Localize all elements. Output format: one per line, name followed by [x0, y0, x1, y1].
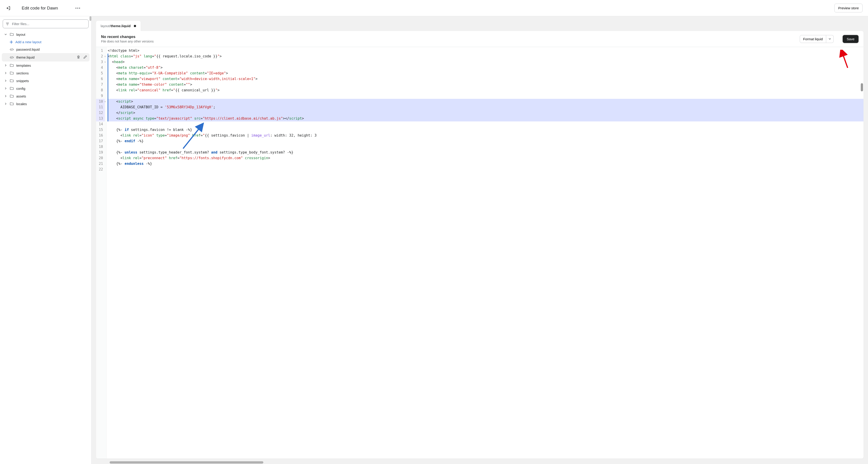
code-line[interactable]: <meta name="theme-color" content=""> [107, 82, 864, 88]
file-theme-liquid[interactable]: theme.liquid [2, 53, 90, 62]
changes-subtitle: File does not have any other versions [101, 39, 796, 43]
code-line[interactable] [107, 121, 864, 127]
delete-file-icon[interactable] [76, 55, 81, 60]
folder-icon [9, 32, 14, 36]
code-file-icon [9, 48, 14, 51]
unsaved-dot-icon [134, 25, 136, 27]
save-button[interactable]: Save [843, 35, 859, 43]
folder-locales[interactable]: locales [2, 100, 90, 107]
line-gutter: 12v3v45678910v111213141516171819202122 [96, 47, 106, 459]
chevron-right-icon [4, 64, 7, 67]
code-line[interactable]: <meta charset="utf-8"> [107, 65, 864, 70]
folder-icon [9, 86, 14, 90]
edit-file-icon[interactable] [83, 55, 87, 60]
chevron-right-icon [4, 80, 7, 82]
code-editor[interactable]: 12v3v45678910v111213141516171819202122 <… [96, 47, 864, 459]
editor-horizontal-scrollbar-thumb[interactable] [110, 461, 264, 464]
format-liquid-dropdown[interactable] [826, 35, 834, 43]
chevron-down-icon [4, 33, 7, 36]
code-line[interactable]: <html class="js" lang="{{ request.locale… [107, 54, 864, 59]
folder-label: templates [16, 64, 87, 67]
svg-point-1 [77, 7, 78, 8]
code-line[interactable]: <script async type="text/javascript" src… [107, 116, 864, 121]
file-label: theme.liquid [16, 55, 74, 59]
folder-icon [9, 94, 14, 98]
code-line[interactable] [107, 167, 864, 172]
tab-bar: layout/theme.liquid [92, 16, 868, 31]
chevron-right-icon [4, 102, 7, 105]
folder-assets[interactable]: assets [2, 92, 90, 100]
add-new-layout-link[interactable]: Add a new layout [2, 38, 90, 46]
folder-icon [9, 102, 14, 106]
code-line[interactable]: <head> [107, 59, 864, 65]
code-content[interactable]: <!doctype html><html class="js" lang="{{… [106, 47, 864, 459]
folder-layout[interactable]: layout [2, 31, 90, 38]
code-line[interactable]: <!doctype html> [107, 48, 864, 54]
more-icon[interactable] [75, 7, 80, 9]
code-line[interactable]: AIDBASE_CHATBOT_ID = '53M6x58RY34Dp_13AY… [107, 104, 864, 110]
editor-pane: layout/theme.liquid No recent changes Fi… [92, 16, 868, 464]
folder-label: locales [16, 102, 87, 106]
changes-title: No recent changes [101, 35, 796, 39]
topbar-left: Edit code for Dawn [5, 5, 80, 11]
code-line[interactable]: {%- endif -%} [107, 138, 864, 144]
code-line[interactable]: <meta name="viewport" content="width=dev… [107, 76, 864, 82]
folder-icon [9, 79, 14, 83]
exit-icon[interactable] [5, 5, 11, 11]
topbar: Edit code for Dawn Preview store [0, 0, 868, 16]
code-line[interactable]: </script> [107, 110, 864, 116]
sidebar-scrollbar[interactable] [90, 16, 91, 21]
tab-file: theme.liquid [111, 24, 130, 28]
code-line[interactable]: {%- unless settings.type_header_font.sys… [107, 150, 864, 155]
page-title: Edit code for Dawn [22, 6, 58, 11]
folder-snippets[interactable]: snippets [2, 77, 90, 85]
file-password-liquid[interactable]: password.liquid [2, 46, 90, 53]
code-line[interactable]: <meta http-equiv="X-UA-Compatible" conte… [107, 70, 864, 76]
format-liquid-button[interactable]: Format liquid [800, 35, 826, 43]
editor-tab[interactable]: layout/theme.liquid [96, 21, 141, 31]
code-line[interactable]: {%- if settings.favicon != blank -%} [107, 127, 864, 133]
code-file-icon [9, 56, 14, 59]
chevron-right-icon [4, 95, 7, 97]
tab-dir: layout/ [101, 24, 111, 28]
folder-config[interactable]: config [2, 85, 90, 92]
svg-point-0 [75, 7, 76, 8]
code-line[interactable] [107, 93, 864, 99]
file-label: password.liquid [16, 48, 87, 51]
folder-label: sections [16, 71, 87, 75]
svg-line-7 [11, 56, 12, 59]
folder-label: assets [16, 94, 87, 98]
svg-point-2 [79, 7, 80, 8]
svg-line-6 [11, 49, 12, 51]
code-line[interactable]: <link rel="icon" type="image/png" href="… [107, 133, 864, 138]
code-line[interactable]: <link rel="canonical" href="{{ canonical… [107, 88, 864, 93]
editor-horizontal-scrollbar-track[interactable] [96, 461, 864, 464]
code-line[interactable]: {%- endunless -%} [107, 161, 864, 167]
folder-label: snippets [16, 79, 87, 83]
folder-icon [9, 63, 14, 67]
folder-templates[interactable]: templates [2, 62, 90, 69]
filter-files-input[interactable] [3, 20, 89, 28]
code-line[interactable]: <script> [107, 99, 864, 104]
preview-store-button[interactable]: Preview store [834, 4, 863, 12]
editor-vertical-scrollbar[interactable] [861, 83, 863, 91]
format-liquid-group: Format liquid [800, 35, 834, 43]
filter-icon [5, 22, 9, 27]
code-line[interactable]: <link rel="preconnect" href="https://fon… [107, 155, 864, 161]
folder-icon [9, 71, 14, 75]
folder-sections[interactable]: sections [2, 69, 90, 77]
chevron-right-icon [4, 72, 7, 74]
folder-label: config [16, 87, 87, 90]
code-line[interactable] [107, 144, 864, 150]
sidebar: layout Add a new layout password.liquid … [0, 16, 92, 464]
chevron-right-icon [4, 87, 7, 90]
add-link-label: Add a new layout [16, 40, 41, 44]
folder-label: layout [16, 33, 87, 36]
editor-header: No recent changes File does not have any… [96, 31, 864, 47]
